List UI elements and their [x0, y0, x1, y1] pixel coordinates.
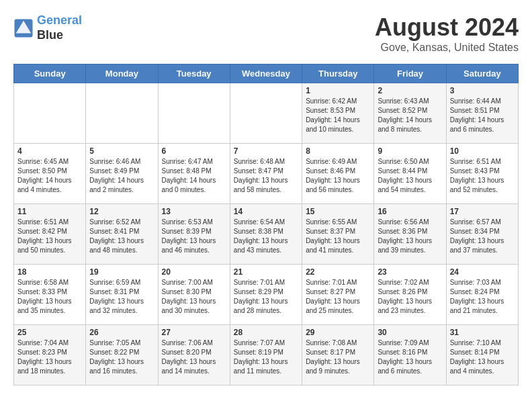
calendar-cell — [14, 83, 86, 144]
title-block: August 2024 Gove, Kansas, United States — [375, 13, 519, 54]
day-number: 23 — [378, 267, 442, 277]
header-day-wednesday: Wednesday — [230, 64, 302, 83]
day-number: 8 — [306, 146, 370, 156]
day-content: Sunrise: 7:04 AM Sunset: 8:23 PM Dayligh… — [17, 338, 82, 376]
day-content: Sunrise: 7:08 AM Sunset: 8:17 PM Dayligh… — [306, 338, 370, 376]
day-number: 27 — [162, 328, 226, 337]
calendar-cell: 31Sunrise: 7:10 AM Sunset: 8:14 PM Dayli… — [446, 325, 518, 385]
day-content: Sunrise: 6:45 AM Sunset: 8:50 PM Dayligh… — [17, 157, 82, 195]
day-number: 9 — [378, 146, 442, 156]
calendar-cell: 28Sunrise: 7:07 AM Sunset: 8:19 PM Dayli… — [230, 325, 302, 385]
calendar-cell: 16Sunrise: 6:56 AM Sunset: 8:36 PM Dayli… — [374, 204, 446, 265]
calendar-cell: 20Sunrise: 7:00 AM Sunset: 8:30 PM Dayli… — [158, 265, 230, 325]
header-day-tuesday: Tuesday — [158, 64, 230, 83]
day-content: Sunrise: 6:53 AM Sunset: 8:39 PM Dayligh… — [162, 218, 226, 255]
day-content: Sunrise: 6:57 AM Sunset: 8:34 PM Dayligh… — [450, 218, 515, 255]
day-content: Sunrise: 7:09 AM Sunset: 8:16 PM Dayligh… — [378, 338, 442, 376]
calendar-week-5: 25Sunrise: 7:04 AM Sunset: 8:23 PM Dayli… — [14, 325, 519, 385]
calendar-cell: 6Sunrise: 6:47 AM Sunset: 8:48 PM Daylig… — [158, 144, 230, 204]
calendar-week-1: 1Sunrise: 6:42 AM Sunset: 8:53 PM Daylig… — [14, 83, 519, 144]
calendar-cell: 8Sunrise: 6:49 AM Sunset: 8:46 PM Daylig… — [302, 144, 374, 204]
day-number: 25 — [17, 328, 82, 337]
calendar-cell — [158, 83, 230, 144]
calendar-cell: 22Sunrise: 7:01 AM Sunset: 8:27 PM Dayli… — [302, 265, 374, 325]
day-number: 4 — [17, 146, 82, 156]
day-content: Sunrise: 6:55 AM Sunset: 8:37 PM Dayligh… — [306, 218, 370, 255]
day-content: Sunrise: 6:50 AM Sunset: 8:44 PM Dayligh… — [378, 157, 442, 195]
day-number: 12 — [89, 207, 154, 216]
calendar-table: SundayMondayTuesdayWednesdayThursdayFrid… — [13, 64, 519, 385]
calendar-cell: 10Sunrise: 6:51 AM Sunset: 8:43 PM Dayli… — [446, 144, 518, 204]
calendar-cell: 24Sunrise: 7:03 AM Sunset: 8:24 PM Dayli… — [446, 265, 518, 325]
day-number: 26 — [89, 328, 154, 337]
day-number: 6 — [162, 146, 226, 156]
calendar-cell: 29Sunrise: 7:08 AM Sunset: 8:17 PM Dayli… — [302, 325, 374, 385]
day-content: Sunrise: 7:07 AM Sunset: 8:19 PM Dayligh… — [234, 338, 298, 376]
day-number: 30 — [378, 328, 442, 337]
calendar-cell: 17Sunrise: 6:57 AM Sunset: 8:34 PM Dayli… — [446, 204, 518, 265]
header-day-friday: Friday — [374, 64, 446, 83]
day-content: Sunrise: 6:59 AM Sunset: 8:31 PM Dayligh… — [89, 278, 154, 316]
calendar-cell — [230, 83, 302, 144]
calendar-week-2: 4Sunrise: 6:45 AM Sunset: 8:50 PM Daylig… — [14, 144, 519, 204]
calendar-cell: 27Sunrise: 7:06 AM Sunset: 8:20 PM Dayli… — [158, 325, 230, 385]
logo-text: General Blue — [37, 13, 82, 42]
day-content: Sunrise: 6:56 AM Sunset: 8:36 PM Dayligh… — [378, 218, 442, 255]
calendar-cell: 9Sunrise: 6:50 AM Sunset: 8:44 PM Daylig… — [374, 144, 446, 204]
day-content: Sunrise: 6:51 AM Sunset: 8:42 PM Dayligh… — [17, 218, 82, 255]
calendar-cell: 18Sunrise: 6:58 AM Sunset: 8:33 PM Dayli… — [14, 265, 86, 325]
day-number: 2 — [378, 86, 442, 95]
day-number: 5 — [89, 146, 154, 156]
day-number: 28 — [234, 328, 298, 337]
day-content: Sunrise: 7:05 AM Sunset: 8:22 PM Dayligh… — [89, 338, 154, 376]
day-content: Sunrise: 7:03 AM Sunset: 8:24 PM Dayligh… — [450, 278, 515, 316]
calendar-cell: 4Sunrise: 6:45 AM Sunset: 8:50 PM Daylig… — [14, 144, 86, 204]
day-content: Sunrise: 7:06 AM Sunset: 8:20 PM Dayligh… — [162, 338, 226, 376]
calendar-cell: 19Sunrise: 6:59 AM Sunset: 8:31 PM Dayli… — [86, 265, 158, 325]
calendar-cell: 15Sunrise: 6:55 AM Sunset: 8:37 PM Dayli… — [302, 204, 374, 265]
header-day-monday: Monday — [86, 64, 158, 83]
day-number: 15 — [306, 207, 370, 216]
day-number: 29 — [306, 328, 370, 337]
calendar-header: SundayMondayTuesdayWednesdayThursdayFrid… — [14, 64, 519, 83]
day-number: 10 — [450, 146, 515, 156]
day-number: 1 — [306, 86, 370, 95]
calendar-cell: 26Sunrise: 7:05 AM Sunset: 8:22 PM Dayli… — [86, 325, 158, 385]
day-number: 24 — [450, 267, 515, 277]
calendar-cell: 21Sunrise: 7:01 AM Sunset: 8:29 PM Dayli… — [230, 265, 302, 325]
calendar-cell: 3Sunrise: 6:44 AM Sunset: 8:51 PM Daylig… — [446, 83, 518, 144]
day-number: 3 — [450, 86, 515, 95]
day-content: Sunrise: 6:48 AM Sunset: 8:47 PM Dayligh… — [234, 157, 298, 195]
month-year-title: August 2024 — [375, 13, 519, 42]
day-content: Sunrise: 7:02 AM Sunset: 8:26 PM Dayligh… — [378, 278, 442, 316]
calendar-cell: 25Sunrise: 7:04 AM Sunset: 8:23 PM Dayli… — [14, 325, 86, 385]
calendar-week-4: 18Sunrise: 6:58 AM Sunset: 8:33 PM Dayli… — [14, 265, 519, 325]
day-content: Sunrise: 6:54 AM Sunset: 8:38 PM Dayligh… — [234, 218, 298, 255]
day-content: Sunrise: 6:51 AM Sunset: 8:43 PM Dayligh… — [450, 157, 515, 195]
day-number: 31 — [450, 328, 515, 337]
day-content: Sunrise: 6:46 AM Sunset: 8:49 PM Dayligh… — [89, 157, 154, 195]
calendar-cell: 7Sunrise: 6:48 AM Sunset: 8:47 PM Daylig… — [230, 144, 302, 204]
day-number: 11 — [17, 207, 82, 216]
calendar-cell: 14Sunrise: 6:54 AM Sunset: 8:38 PM Dayli… — [230, 204, 302, 265]
day-number: 13 — [162, 207, 226, 216]
day-content: Sunrise: 6:44 AM Sunset: 8:51 PM Dayligh… — [450, 97, 515, 134]
day-number: 17 — [450, 207, 515, 216]
day-number: 20 — [162, 267, 226, 277]
header-day-saturday: Saturday — [446, 64, 518, 83]
calendar-cell: 12Sunrise: 6:52 AM Sunset: 8:41 PM Dayli… — [86, 204, 158, 265]
logo: General Blue — [13, 13, 82, 42]
calendar-cell: 30Sunrise: 7:09 AM Sunset: 8:16 PM Dayli… — [374, 325, 446, 385]
day-number: 16 — [378, 207, 442, 216]
day-content: Sunrise: 7:10 AM Sunset: 8:14 PM Dayligh… — [450, 338, 515, 376]
day-content: Sunrise: 6:42 AM Sunset: 8:53 PM Dayligh… — [306, 97, 370, 134]
day-number: 22 — [306, 267, 370, 277]
day-number: 14 — [234, 207, 298, 216]
calendar-cell: 13Sunrise: 6:53 AM Sunset: 8:39 PM Dayli… — [158, 204, 230, 265]
day-content: Sunrise: 7:00 AM Sunset: 8:30 PM Dayligh… — [162, 278, 226, 316]
header-row: SundayMondayTuesdayWednesdayThursdayFrid… — [14, 64, 519, 83]
day-number: 18 — [17, 267, 82, 277]
day-number: 19 — [89, 267, 154, 277]
page-header: General Blue August 2024 Gove, Kansas, U… — [13, 13, 519, 54]
day-content: Sunrise: 6:47 AM Sunset: 8:48 PM Dayligh… — [162, 157, 226, 195]
